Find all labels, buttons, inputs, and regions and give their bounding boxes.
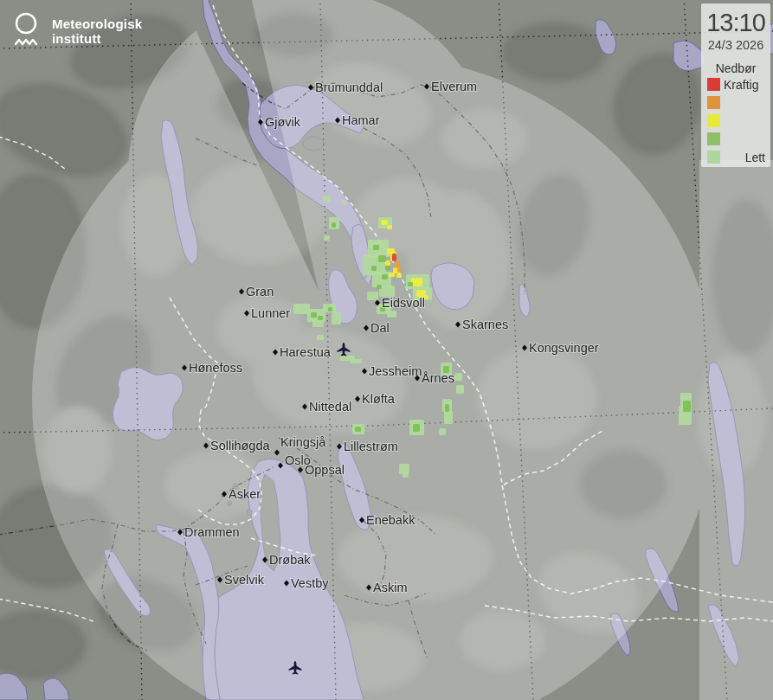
precip-cell: [387, 225, 392, 229]
precip-cell: [367, 292, 378, 300]
met-logo-line2: institutt: [52, 31, 142, 46]
clock-time: 13:10: [701, 9, 770, 37]
precip-cell: [413, 424, 420, 432]
precip-cell: [355, 427, 361, 432]
legend-row: Lett: [701, 148, 770, 166]
place-label: Asker: [229, 487, 261, 501]
precip-cell: [324, 235, 330, 241]
precip-cell: [439, 428, 446, 435]
precip-cell: [389, 273, 395, 277]
legend-title: Nedbør: [701, 61, 770, 75]
precip-cell: [332, 222, 336, 228]
met-logo: Meteorologisk institutt: [11, 10, 142, 49]
precip-cell: [403, 472, 409, 478]
place-label: Harestua: [280, 345, 332, 359]
precip-cell: [328, 307, 332, 311]
precip-cell: [382, 274, 388, 279]
met-logo-icon: [11, 10, 41, 49]
legend-row: [701, 112, 770, 130]
radar-map: BrumunddalElverumGjøvikHamarGranLunnerEi…: [0, 0, 773, 700]
met-logo-line1: Meteorologisk: [52, 16, 142, 31]
legend-swatch: [707, 96, 720, 109]
place-label: Gjøvik: [265, 115, 301, 129]
precip-cell: [377, 285, 382, 289]
place-label: Kongsvinger: [529, 341, 599, 355]
precipitation-legend: KraftigLett: [701, 75, 770, 166]
place-label: Lunner: [251, 306, 290, 320]
precip-cell: [683, 401, 691, 412]
met-logo-text: Meteorologisk institutt: [52, 10, 142, 46]
precip-cell: [396, 273, 402, 278]
place-label: Kringsjå: [280, 435, 326, 449]
legend-swatch: [707, 78, 720, 91]
precip-cell: [372, 272, 391, 287]
legend-swatch: [707, 132, 720, 145]
place-label: Brumunddal: [315, 80, 383, 94]
legend-label: Lett: [745, 151, 765, 164]
precip-cell: [381, 220, 388, 225]
precip-cell: [456, 385, 464, 394]
precip-cell: [341, 200, 346, 204]
precip-cell: [387, 311, 396, 318]
place-label: Vestby: [291, 576, 329, 590]
precip-cell: [317, 335, 324, 340]
place-label: Hamar: [342, 113, 380, 127]
place-label: Svelvik: [224, 573, 265, 587]
place-label: Drammen: [184, 525, 240, 539]
place-label: Nittedal: [309, 400, 351, 414]
precip-cell: [395, 261, 400, 268]
place-label: Eidsvoll: [382, 296, 425, 310]
place-label: Jessheim: [369, 364, 422, 378]
precip-cell: [444, 411, 453, 424]
place-label: Skarnes: [462, 318, 508, 331]
precip-cell: [445, 404, 449, 412]
legend-swatch: [707, 114, 720, 127]
precip-cell: [371, 266, 377, 271]
place-label: Hønefoss: [189, 361, 242, 375]
place-label: Oppsal: [305, 463, 345, 477]
place-label: Årnes: [422, 371, 454, 385]
precip-cell: [373, 245, 379, 250]
precip-cell: [323, 196, 331, 202]
precip-cell: [397, 268, 402, 273]
legend-label: Kraftig: [724, 78, 758, 92]
legend-row: [701, 130, 770, 148]
place-label: Askim: [373, 581, 407, 594]
precip-cell: [351, 359, 362, 363]
precip-cell: [408, 282, 413, 286]
precip-cell: [385, 260, 390, 266]
place-label: Gran: [246, 285, 274, 299]
place-label: Dal: [370, 321, 390, 335]
precip-cell: [312, 319, 324, 327]
place-label: Lillestrøm: [344, 440, 398, 453]
precip-cell: [454, 373, 462, 381]
info-panel: 13:10 24/3 2026 Nedbør KraftigLett: [701, 3, 770, 167]
precip-cell: [311, 312, 317, 318]
precip-cell: [392, 254, 396, 261]
clock-date: 24/3 2026: [701, 38, 770, 52]
precip-cell: [318, 316, 323, 320]
legend-row: Kraftig: [701, 75, 770, 93]
radar-coverage-overlay: [0, 0, 773, 700]
place-label: Drøbak: [269, 553, 311, 567]
place-label: Kløfta: [362, 392, 396, 406]
place-label: Elverum: [431, 80, 477, 93]
place-label: Sollihøgda: [210, 439, 270, 453]
legend-row: [701, 93, 770, 112]
place-label: Enebakk: [366, 513, 415, 527]
precip-cell: [332, 312, 341, 324]
radar-map-screen: BrumunddalElverumGjøvikHamarGranLunnerEi…: [0, 0, 773, 700]
precip-cell: [378, 255, 386, 262]
legend-swatch: [707, 151, 720, 164]
